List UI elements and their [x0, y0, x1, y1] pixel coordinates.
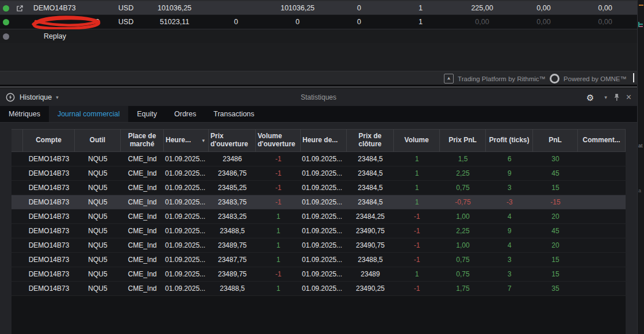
- cell: NQU5: [75, 227, 121, 235]
- pin-icon[interactable]: [614, 93, 620, 101]
- cell: 01.09.2025...: [164, 184, 209, 192]
- history-panel-icon: [6, 93, 15, 102]
- external-link-icon[interactable]: [12, 5, 28, 12]
- cell: 23489,75: [209, 270, 256, 278]
- tab-métriques[interactable]: Métriques: [0, 106, 49, 122]
- cell: 2,25: [440, 227, 486, 235]
- cell: 01.09.2025...: [301, 212, 347, 221]
- account-row-replay[interactable]: Replay: [0, 29, 637, 43]
- cell: 23483,75: [209, 198, 256, 206]
- trade-row[interactable]: DEMO14B73NQU5CME_Ind01.09.2025...23486,7…: [12, 166, 626, 181]
- cell: CME_Ind: [121, 212, 164, 221]
- column-header[interactable]: Heure...▾: [164, 130, 209, 151]
- close-icon[interactable]: ×: [626, 93, 631, 102]
- accounts-window: DEMO14B73 USD 101036,25 101036,25 0 1 22…: [0, 0, 637, 86]
- trade-row[interactable]: DEMO14B73NQU5CME_Ind01.09.2025...23489,7…: [12, 267, 626, 282]
- cell: DEMO14B73: [23, 227, 75, 235]
- column-header[interactable]: Prix PnL: [440, 130, 486, 151]
- account-row[interactable]: 2 USD 51023,11 0 0 0 1 0,00 0,00 0,00: [0, 14, 637, 29]
- cell: 30: [533, 155, 578, 163]
- cell: -1: [256, 270, 301, 278]
- cell: CME_Ind: [121, 169, 164, 177]
- cell: DEMO14B73: [23, 155, 75, 163]
- table-header-row: CompteOutilPlace de marchéHeure...▾Prix …: [12, 129, 626, 152]
- cell: DEMO14B73: [23, 184, 75, 192]
- trade-row[interactable]: DEMO14B73NQU5CME_Ind01.09.2025...23483,7…: [12, 195, 626, 210]
- panel-title[interactable]: Historique: [20, 93, 52, 101]
- settings-dropdown-icon[interactable]: ▾: [604, 94, 607, 100]
- column-header[interactable]: Volume: [394, 130, 440, 151]
- account-value: 0,00: [574, 4, 636, 12]
- tab-equity[interactable]: Equity: [128, 106, 166, 122]
- trade-row[interactable]: DEMO14B73NQU5CME_Ind01.09.2025...23486-1…: [12, 152, 626, 166]
- platform-branding: ➤ Trading Platform by Rithmic™ Powered b…: [0, 71, 637, 86]
- cell: -3: [486, 198, 533, 206]
- cell: 23489,75: [209, 241, 256, 249]
- cell: 6: [486, 155, 533, 163]
- cell: 23486: [209, 155, 256, 163]
- cell: 4: [486, 212, 533, 221]
- status-dot-gray-icon: [3, 33, 9, 40]
- tab-transactions[interactable]: Transactions: [205, 106, 263, 122]
- tab-ordres[interactable]: Ordres: [166, 106, 205, 122]
- column-header[interactable]: Outil: [75, 130, 121, 151]
- trade-row[interactable]: DEMO14B73NQU5CME_Ind01.09.2025...23483,2…: [12, 210, 626, 224]
- omne-branding-text: Powered by OMNE™: [564, 75, 627, 82]
- tab-journal-commercial[interactable]: Journal commercial: [49, 106, 128, 122]
- cell: 23484,5: [347, 184, 394, 192]
- cell: 20: [533, 241, 578, 249]
- window-divider[interactable]: [0, 85, 637, 88]
- trade-row[interactable]: DEMO14B73NQU5CME_Ind01.09.2025...23487,7…: [12, 253, 626, 267]
- cell: 1: [256, 256, 301, 264]
- cell: 1: [394, 169, 440, 177]
- cell: 0,75: [440, 270, 486, 278]
- account-balance: 101036,25: [144, 4, 205, 12]
- cell: 01.09.2025...: [164, 241, 209, 249]
- trade-row[interactable]: DEMO14B73NQU5CME_Ind01.09.2025...23488,5…: [12, 282, 626, 296]
- cell: 1: [394, 198, 440, 206]
- cell: 1: [256, 284, 301, 293]
- cell: -1: [256, 169, 301, 177]
- cell: -1: [394, 284, 440, 293]
- column-header[interactable]: Prix de clôture: [347, 130, 394, 151]
- cell: 01.09.2025...: [301, 155, 347, 163]
- cell: CME_Ind: [121, 155, 164, 163]
- cell: 01.09.2025...: [301, 284, 347, 293]
- cell: 0,75: [440, 256, 486, 264]
- status-dot-green-icon: [3, 5, 9, 12]
- column-header[interactable]: Place de marché: [121, 130, 164, 151]
- cell: 23485,25: [209, 184, 256, 192]
- cell: NQU5: [75, 256, 121, 264]
- cell: 23490,75: [347, 227, 394, 235]
- account-row[interactable]: DEMO14B73 USD 101036,25 101036,25 0 1 22…: [0, 1, 637, 14]
- trade-row[interactable]: DEMO14B73NQU5CME_Ind01.09.2025...23488,5…: [12, 224, 626, 238]
- column-header[interactable]: Compte: [23, 130, 75, 151]
- cell: CME_Ind: [121, 256, 164, 264]
- cell: 3: [486, 256, 533, 264]
- trade-row[interactable]: DEMO14B73NQU5CME_Ind01.09.2025...23485,2…: [12, 181, 626, 195]
- cell: 23483,25: [209, 212, 256, 221]
- column-header[interactable]: Prix d'ouverture: [209, 130, 256, 151]
- price-marker-orange: [639, 5, 643, 6]
- column-header[interactable]: Profit (ticks): [486, 130, 533, 151]
- column-header[interactable]: Volume d'ouverture: [256, 130, 301, 151]
- cell: DEMO14B73: [23, 212, 75, 221]
- column-header[interactable]: Heure de...: [301, 130, 347, 151]
- column-header[interactable]: Comment...: [578, 130, 626, 151]
- cell: -1: [394, 227, 440, 235]
- account-value: 101036,25: [267, 4, 328, 12]
- cell: 23488,5: [209, 284, 256, 293]
- cell: NQU5: [75, 270, 121, 278]
- cell: 45: [533, 169, 578, 177]
- cell: -1: [256, 198, 301, 206]
- omne-logo-icon: [550, 74, 559, 84]
- panel-title-dropdown-icon[interactable]: ▾: [56, 94, 59, 100]
- column-header[interactable]: PnL: [533, 130, 578, 151]
- price-marker-pink: [639, 26, 643, 27]
- trade-row[interactable]: DEMO14B73NQU5CME_Ind01.09.2025...23489,7…: [12, 238, 626, 253]
- account-name: DEMO14B73: [28, 1, 108, 15]
- cell: -0,75: [440, 198, 486, 206]
- settings-gear-icon[interactable]: ⚙: [586, 93, 594, 102]
- status-dot-green-icon: [3, 19, 9, 25]
- cell: 01.09.2025...: [301, 198, 347, 206]
